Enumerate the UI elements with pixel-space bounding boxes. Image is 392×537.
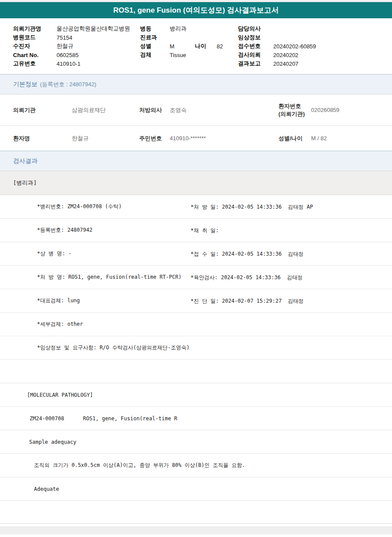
field-label: 의뢰기관명: [13, 25, 57, 33]
table-row: 의뢰기관 삼광의료재단 처방의사 조영숙 환자번호(의뢰기관) 02026085…: [0, 95, 392, 126]
field-label: 검사의뢰: [238, 51, 273, 59]
field-value: 한철규: [57, 42, 140, 50]
footer-spacer: [0, 523, 392, 527]
field-label: 처방의사: [139, 106, 170, 114]
field-value: M / 82: [311, 135, 392, 142]
section-title: 기본정보: [13, 81, 37, 88]
header-row: 수진자 한철규 성별 M 나이 82 접수번호 20240202-60859: [13, 42, 392, 51]
results-section-header: 검사결과: [0, 151, 392, 171]
basic-info-section-header: 기본정보 (등록번호 : 24807942): [0, 74, 392, 95]
field-label: 병동: [140, 25, 170, 33]
result-text: *등록번호: 24807942: [0, 226, 92, 234]
result-row: *대표검체: lung *진 단 일: 2024-02-07 15:29:27 …: [0, 289, 392, 313]
field-label: 주민번호: [139, 135, 170, 142]
result-text: [MOLECULAR PATHOLOGY]: [0, 392, 93, 398]
result-text: *임상정보 및 요구사항: R/O 수탁검사(삼광의료재단-조영숙): [0, 344, 190, 351]
result-text: *진 단 일: 2024-02-07 15:29:27 김태정: [191, 297, 304, 304]
result-row: [MOLECULAR PATHOLOGY]: [0, 383, 392, 407]
section-title: 검사결과: [13, 157, 37, 165]
field-label: 수진자: [13, 42, 57, 50]
department-label: [병리과]: [13, 179, 37, 187]
patient-header-block: 의뢰기관명 울산공업학원울산대학교병원 병동 병리과 담당의사 병원코드 751…: [0, 18, 392, 68]
result-row: *처 방 명: ROS1, gene, Fusion(real-time RT-…: [0, 266, 392, 289]
table-row: 환자명 한철규 주민번호 410910-******* 성별/나이 M / 82: [0, 126, 392, 151]
field-label: 의뢰기관: [13, 106, 72, 114]
field-value: 020260859: [311, 107, 392, 113]
report-title: ROS1, gene Fusion (여의도성모) 검사결과보고서: [113, 5, 279, 15]
field-label: 병원코드: [13, 34, 57, 41]
field-value: 20240202-60859: [273, 43, 392, 50]
header-row: Chart No. 0602585 검체 Tissue 검사의뢰 2024020…: [13, 51, 392, 59]
field-value: 410910-*******: [170, 135, 278, 142]
field-label-line: 환자번호: [278, 103, 301, 109]
field-value: 삼광의료재단: [72, 106, 139, 114]
result-row: Adequate: [0, 477, 392, 501]
field-value: Tissue: [170, 52, 195, 58]
result-row: *임상정보 및 요구사항: R/O 수탁검사(삼광의료재단-조영숙): [0, 336, 392, 360]
result-text: *병리번호: ZM24-000708 (수탁): [0, 203, 122, 210]
result-row: 조직의 크기가 0.5x0.5cm 이상(A)이고, 종양 부위가 80% 이상…: [0, 454, 392, 477]
field-label: 결과보고: [238, 60, 273, 68]
result-text: *처 방 일: 2024-02-05 14:33:36 김태정 AP: [191, 203, 313, 210]
field-label: 임상정보: [238, 34, 273, 41]
field-value: M: [170, 43, 195, 50]
result-row: Sample adequacy: [0, 430, 392, 454]
report-title-bar: ROS1, gene Fusion (여의도성모) 검사결과보고서: [0, 2, 392, 18]
result-row: ZM24-000708 ROS1, gene, Fusion(real-time…: [0, 407, 392, 430]
field-label: 접수번호: [238, 42, 273, 50]
section-subtitle: (등록번호 : 24807942): [40, 81, 96, 88]
result-row: *등록번호: 24807942 *채 취 일:: [0, 219, 392, 242]
field-value: 0602585: [57, 52, 140, 58]
footer-bar: [0, 527, 392, 534]
result-text: Adequate: [0, 486, 59, 492]
field-value: 20240202: [273, 52, 392, 58]
result-text: Sample adequacy: [0, 439, 76, 445]
field-label: Chart No.: [13, 52, 57, 58]
result-text: *채 취 일:: [191, 226, 219, 234]
field-label: 진료과: [140, 34, 170, 41]
field-label: 성별/나이: [278, 135, 311, 142]
result-text: 조직의 크기가 0.5x0.5cm 이상(A)이고, 종양 부위가 80% 이상…: [0, 462, 245, 469]
field-value: 병리과: [170, 25, 195, 33]
field-value: 20240207: [273, 61, 392, 67]
field-value: 82: [217, 43, 238, 50]
field-value: 410910-1: [57, 61, 140, 67]
result-text: ZM24-000708 ROS1, gene, Fusion(real-time…: [0, 415, 178, 422]
header-row: 고유번호 410910-1 결과보고 20240207: [13, 59, 392, 68]
result-text: *대표검체: lung: [0, 297, 80, 304]
result-text: *세부검체: other: [0, 321, 83, 328]
field-value: 울산공업학원울산대학교병원: [57, 25, 140, 33]
field-label: 환자번호(의뢰기관): [278, 102, 311, 118]
header-row: 병원코드 75154 진료과 임상정보: [13, 33, 392, 42]
field-value: 조영숙: [170, 106, 278, 114]
result-row: *세부검체: other: [0, 313, 392, 336]
field-label: 성별: [140, 42, 170, 50]
field-value: 한철규: [72, 135, 139, 142]
field-label: 담당의사: [238, 25, 273, 33]
result-text: *처 방 명: ROS1, gene, Fusion(real-time RT-…: [0, 274, 181, 281]
field-label: 검체: [140, 51, 170, 59]
field-label: 환자명: [13, 135, 72, 142]
result-row: *병리번호: ZM24-000708 (수탁) *처 방 일: 2024-02-…: [0, 195, 392, 219]
result-text: *육안검사: 2024-02-05 14:33:36 김태정: [191, 274, 302, 281]
field-label: 고유번호: [13, 60, 57, 68]
field-label-line: (의뢰기관): [278, 111, 305, 117]
result-row: [0, 360, 392, 383]
header-row: 의뢰기관명 울산공업학원울산대학교병원 병동 병리과 담당의사: [13, 24, 392, 33]
result-text: *접 수 일: 2024-02-05 14:33:36 김태정: [191, 250, 304, 257]
result-row: *상 병 명: - *접 수 일: 2024-02-05 14:33:36 김태…: [0, 242, 392, 266]
department-row: [병리과]: [0, 171, 392, 195]
result-row: [0, 501, 392, 523]
field-label: 나이: [195, 42, 217, 50]
field-value: 75154: [57, 34, 140, 41]
result-text: *상 병 명: -: [0, 250, 71, 257]
